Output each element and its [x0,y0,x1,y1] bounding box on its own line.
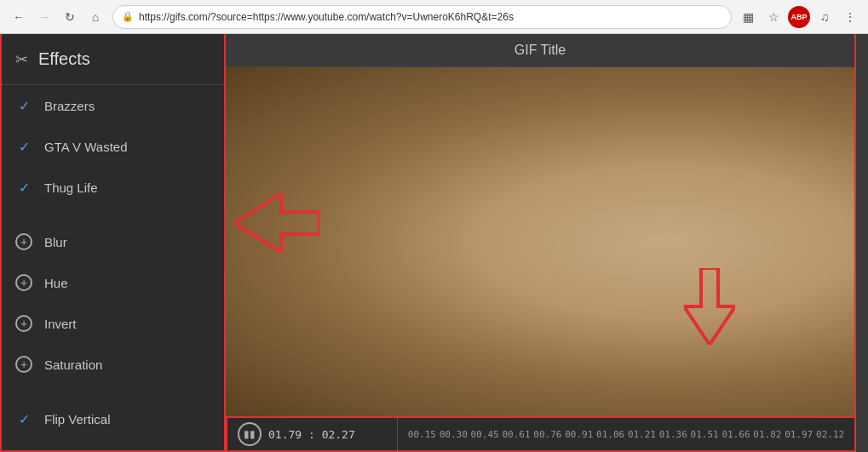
tick-4: 00.76 [532,429,563,440]
sidebar-content: ✂ Effects ✓ Brazzers ✓ GTA V Wasted ✓ Th… [2,34,224,450]
menu-button[interactable]: ⋮ [839,6,861,28]
time-display: 01.79 : 02.27 [268,428,355,441]
effect-label-gta: GTA V Wasted [44,140,128,154]
sidebar-item-invert[interactable]: + Invert [2,303,224,344]
page-scrollbar[interactable] [856,34,868,452]
timeline-ticks[interactable]: 00.15 00.30 00.45 00.61 00.76 00.91 01.0… [398,429,854,440]
section-divider-2 [2,385,224,398]
check-icon-brazzers: ✓ [15,97,32,114]
current-time: 01.79 [268,428,302,441]
browser-chrome: ← → ↻ ⌂ 🔒 https://gifs.com/?source=https… [0,0,868,34]
effects-header: ✂ Effects [2,34,224,85]
section-divider-1 [2,208,224,221]
plus-icon-saturation: + [15,356,32,373]
tick-2: 00.45 [469,429,501,440]
sidebar-item-thug-life[interactable]: ✓ Thug Life [2,167,224,208]
playback-section: ▮▮ 01.79 : 02.27 [227,418,398,450]
browser-actions: ▦ ☆ ABP ♫ ⋮ [737,6,861,28]
tick-7: 01.21 [626,429,658,440]
time-separator: : [302,428,321,441]
tick-11: 01.82 [751,429,783,440]
sidebar-item-brazzers[interactable]: ✓ Brazzers [2,85,224,126]
gif-title-bar: GIF Title [226,34,854,67]
video-area [226,67,854,416]
effect-label-flip: Flip Vertical [44,412,111,426]
effect-label-invert: Invert [44,317,77,331]
check-icon-gta: ✓ [15,138,32,155]
sidebar-item-saturation[interactable]: + Saturation [2,344,224,385]
bookmark-button[interactable]: ☆ [762,6,785,28]
total-time: 02.27 [322,428,355,441]
tick-1: 00.30 [438,429,469,440]
tick-9: 01.51 [689,429,721,440]
effect-label-saturation: Saturation [44,358,102,372]
right-panel: GIF Title [226,34,856,452]
back-button[interactable]: ← [7,5,31,29]
effect-label-thug: Thug Life [44,180,98,195]
forward-button[interactable]: → [32,5,56,29]
extensions-button[interactable]: ♫ [813,6,836,28]
tick-8: 01.36 [658,429,689,440]
tick-10: 01.66 [721,429,752,440]
effect-label-hue: Hue [44,276,68,290]
gif-title: GIF Title [514,43,566,57]
tick-13: 02.12 [814,429,846,440]
tick-6: 01.06 [595,429,626,440]
timeline-bar: ▮▮ 01.79 : 02.27 00.15 00.30 00.45 00.61… [226,416,854,450]
arrow-down-overlay [684,268,735,348]
tick-12: 01.97 [783,429,814,440]
url-text: https://gifs.com/?source=https://www.you… [139,11,722,23]
sidebar-item-extra[interactable]: ✓ ... [2,439,224,450]
check-icon-flip: ✓ [15,410,32,427]
sidebar-item-blur[interactable]: + Blur [2,221,224,262]
scissors-icon: ✂ [15,50,28,69]
plus-icon-blur: + [15,233,32,250]
effect-label-brazzers: Brazzers [44,99,95,113]
svg-marker-1 [684,268,735,345]
sidebar-item-gta-v-wasted[interactable]: ✓ GTA V Wasted [2,126,224,167]
pause-icon: ▮▮ [244,428,256,440]
effect-label-blur: Blur [44,235,67,249]
adblock-button[interactable]: ABP [788,6,810,28]
main-area: ✂ Effects ✓ Brazzers ✓ GTA V Wasted ✓ Th… [0,34,868,452]
home-button[interactable]: ⌂ [83,5,107,29]
lock-icon: 🔒 [122,11,134,22]
sidebar-item-hue[interactable]: + Hue [2,262,224,303]
effects-title: Effects [38,49,90,69]
arrow-left-overlay [234,193,319,256]
nav-buttons: ← → ↻ ⌂ [7,5,107,29]
scene-background [226,67,854,416]
sidebar: ✂ Effects ✓ Brazzers ✓ GTA V Wasted ✓ Th… [0,34,226,452]
sidebar-item-flip-vertical[interactable]: ✓ Flip Vertical [2,398,224,439]
cast-button[interactable]: ▦ [737,6,759,28]
tick-3: 00.61 [501,429,532,440]
play-pause-button[interactable]: ▮▮ [238,422,262,446]
video-placeholder [226,67,854,416]
plus-icon-invert: + [15,315,32,332]
svg-marker-0 [234,193,319,253]
check-icon-thug: ✓ [15,179,32,196]
plus-icon-hue: + [15,274,32,291]
address-bar[interactable]: 🔒 https://gifs.com/?source=https://www.y… [112,5,732,29]
reload-button[interactable]: ↻ [58,5,82,29]
tick-0: 00.15 [406,429,438,440]
tick-5: 00.91 [563,429,595,440]
